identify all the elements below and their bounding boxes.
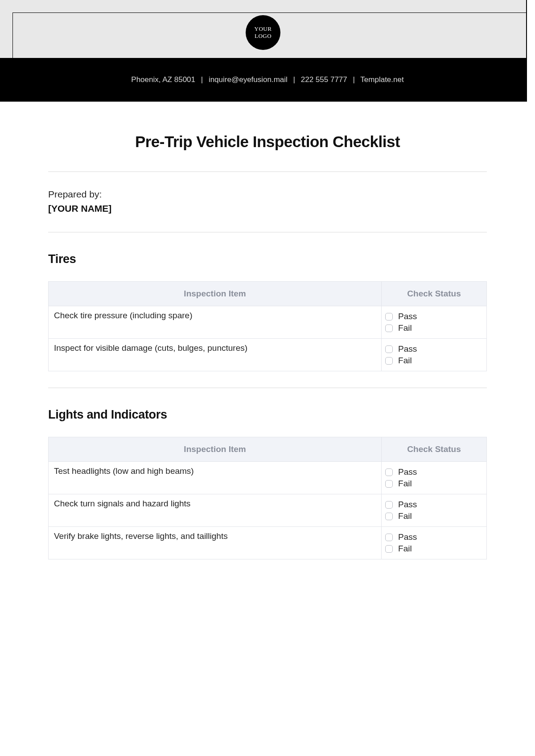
table-lights: Inspection Item Check Status Test headli… — [48, 437, 487, 559]
status-cell: Pass Fail — [382, 306, 487, 339]
checkbox-icon[interactable] — [385, 345, 393, 353]
inspection-item: Verify brake lights, reverse lights, and… — [49, 527, 382, 559]
table-row: Verify brake lights, reverse lights, and… — [49, 527, 487, 559]
status-cell: Pass Fail — [382, 527, 487, 559]
check-option-fail[interactable]: Fail — [385, 323, 483, 333]
divider — [48, 387, 487, 388]
column-header-status: Check Status — [382, 282, 487, 306]
check-option-pass[interactable]: Pass — [385, 312, 483, 321]
header-address: Phoenix, AZ 85001 — [131, 75, 195, 84]
check-label: Pass — [398, 500, 417, 509]
header-top-area: YOUR LOGO — [0, 0, 527, 58]
status-cell: Pass Fail — [382, 494, 487, 527]
column-header-item: Inspection Item — [49, 282, 382, 306]
column-header-status: Check Status — [382, 437, 487, 462]
checkbox-icon[interactable] — [385, 313, 393, 320]
check-label: Fail — [398, 356, 412, 366]
check-label: Pass — [398, 532, 417, 542]
check-label: Fail — [398, 544, 412, 554]
inspection-item: Check tire pressure (including spare) — [49, 306, 382, 339]
logo-circle: YOUR LOGO — [246, 15, 280, 50]
checkbox-icon[interactable] — [385, 501, 393, 509]
check-option-fail[interactable]: Fail — [385, 356, 483, 366]
prepared-by-name: [YOUR NAME] — [48, 203, 487, 214]
checkbox-icon[interactable] — [385, 325, 393, 332]
header-black-band: Phoenix, AZ 85001 | inquire@eyefusion.ma… — [0, 58, 535, 102]
prepared-by-label: Prepared by: — [48, 189, 487, 200]
status-cell: Pass Fail — [382, 462, 487, 494]
status-cell: Pass Fail — [382, 339, 487, 371]
check-option-fail[interactable]: Fail — [385, 479, 483, 489]
checkbox-icon[interactable] — [385, 545, 393, 553]
checkbox-icon[interactable] — [385, 468, 393, 476]
check-label: Pass — [398, 344, 417, 354]
check-label: Fail — [398, 323, 412, 333]
checkbox-icon[interactable] — [385, 480, 393, 488]
page-title: Pre-Trip Vehicle Inspection Checklist — [48, 133, 487, 151]
header-right-margin — [527, 58, 535, 102]
prepared-by-block: Prepared by: [YOUR NAME] — [48, 172, 487, 232]
content-area: Pre-Trip Vehicle Inspection Checklist Pr… — [0, 102, 535, 559]
check-option-fail[interactable]: Fail — [385, 511, 483, 521]
header-contact-info: Phoenix, AZ 85001 | inquire@eyefusion.ma… — [131, 75, 403, 84]
logo-line-2: LOGO — [255, 33, 272, 40]
table-row: Inspect for visible damage (cuts, bulges… — [49, 339, 487, 371]
check-label: Pass — [398, 467, 417, 477]
separator-icon: | — [293, 75, 295, 84]
check-label: Pass — [398, 312, 417, 321]
checkbox-icon[interactable] — [385, 534, 393, 541]
divider — [48, 232, 487, 233]
section-title-lights: Lights and Indicators — [48, 408, 487, 422]
page-frame: YOUR LOGO Phoenix, AZ 85001 | inquire@ey… — [0, 0, 535, 559]
table-row: Check turn signals and hazard lights Pas… — [49, 494, 487, 527]
table-row: Test headlights (low and high beams) Pas… — [49, 462, 487, 494]
check-option-pass[interactable]: Pass — [385, 532, 483, 542]
table-tires: Inspection Item Check Status Check tire … — [48, 281, 487, 371]
logo-line-1: YOUR — [255, 25, 272, 33]
header-source: Template.net — [360, 75, 403, 84]
inspection-item: Test headlights (low and high beams) — [49, 462, 382, 494]
check-option-pass[interactable]: Pass — [385, 500, 483, 509]
column-header-item: Inspection Item — [49, 437, 382, 462]
checkbox-icon[interactable] — [385, 513, 393, 520]
inspection-item: Inspect for visible damage (cuts, bulges… — [49, 339, 382, 371]
check-label: Fail — [398, 511, 412, 521]
section-title-tires: Tires — [48, 252, 487, 266]
table-row: Check tire pressure (including spare) Pa… — [49, 306, 487, 339]
separator-icon: | — [201, 75, 203, 84]
check-option-pass[interactable]: Pass — [385, 344, 483, 354]
check-option-pass[interactable]: Pass — [385, 467, 483, 477]
check-option-fail[interactable]: Fail — [385, 544, 483, 554]
separator-icon: | — [353, 75, 354, 84]
checkbox-icon[interactable] — [385, 357, 393, 365]
inspection-item: Check turn signals and hazard lights — [49, 494, 382, 527]
header-phone: 222 555 7777 — [301, 75, 347, 84]
header-email: inquire@eyefusion.mail — [209, 75, 288, 84]
check-label: Fail — [398, 479, 412, 489]
